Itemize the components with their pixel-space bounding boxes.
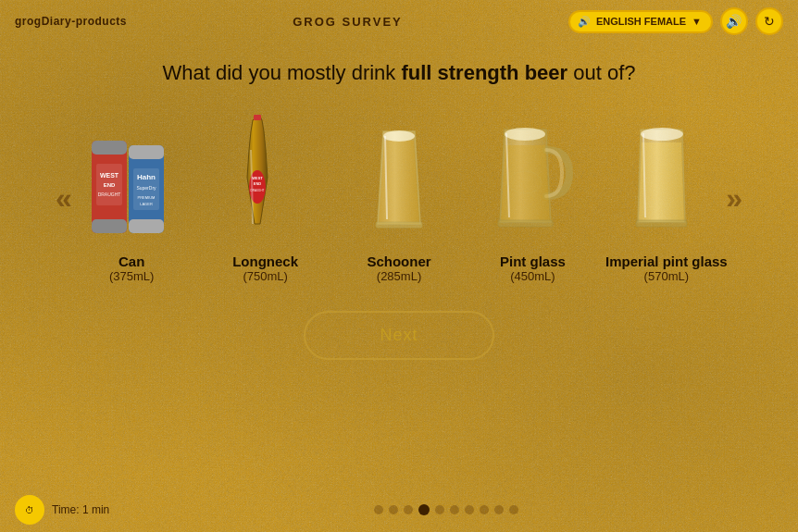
pagination-dots [109,504,783,515]
option-imperial[interactable]: Imperial pint glass (570mL) [600,113,733,283]
question-prefix: What did you mostly drink [162,61,401,84]
svg-rect-9 [129,219,164,233]
nav-left-arrow[interactable]: « [56,181,72,216]
can-sublabel: (375mL) [109,269,154,283]
header-controls: 🔊 ENGLISH FEMALE ▼ 🔊 ↻ [568,7,783,35]
timer-icon: ⏱ [15,495,44,525]
option-longneck[interactable]: WEST END DRAUGHT Longneck (750mL) [198,113,331,283]
longneck-label: Longneck [232,254,298,269]
refresh-button[interactable]: ↻ [755,7,783,35]
volume-icon: 🔊 [726,14,742,29]
app-logo: grogDiary-products [15,15,127,28]
speaker-icon: 🔊 [578,16,591,28]
timer: ⏱ Time: 1 min [15,495,109,525]
svg-rect-1 [92,141,127,155]
timer-label: Time: 1 min [52,503,109,516]
schooner-image [367,113,431,242]
dot-8 [480,505,489,514]
svg-point-25 [641,128,683,141]
dot-2 [389,505,398,514]
footer: ⏱ Time: 1 min [0,488,798,532]
imperial-label: Imperial pint glass [605,254,728,269]
header: grogDiary-products GROG SURVEY 🔊 ENGLISH… [0,0,798,43]
option-can[interactable]: WEST END DRAUGHT Hahn SuperDry [65,113,198,283]
options-section: « » WEST END DRAUGHT [46,113,752,283]
dot-1 [374,505,383,514]
dot-6 [450,505,459,514]
svg-text:END: END [253,181,261,186]
svg-rect-2 [92,219,127,233]
svg-text:WEST: WEST [252,176,263,180]
svg-point-20 [383,130,415,142]
pint-image [486,113,579,242]
question-suffix: out of? [567,61,635,84]
longneck-sublabel: (750mL) [243,269,287,283]
svg-rect-8 [129,145,164,159]
svg-rect-21 [376,222,422,228]
imperial-sublabel: (570mL) [644,269,689,283]
schooner-label: Schooner [367,254,430,269]
volume-button[interactable]: 🔊 [720,7,748,35]
option-schooner[interactable]: Schooner (285mL) [332,113,466,283]
pint-sublabel: (450mL) [510,269,555,283]
main-content: What did you mostly drink full strength … [0,43,798,360]
dropdown-icon: ▼ [692,16,702,27]
dot-10 [509,505,518,514]
dot-5 [435,505,444,514]
svg-rect-15 [254,115,261,120]
nav-right-arrow[interactable]: » [726,181,742,216]
dot-9 [494,505,504,514]
options-list: WEST END DRAUGHT Hahn SuperDry [65,113,733,283]
next-button[interactable]: Next [304,311,493,360]
dot-3 [404,505,413,514]
can-label: Can [118,254,144,269]
can-image: WEST END DRAUGHT Hahn SuperDry [85,113,178,242]
dot-7 [465,505,474,514]
language-selector[interactable]: 🔊 ENGLISH FEMALE ▼ [568,10,713,33]
question-highlight: full strength beer [401,61,567,84]
imperial-image [627,113,705,242]
schooner-sublabel: (285mL) [377,269,421,283]
language-label: ENGLISH FEMALE [596,16,686,27]
svg-point-22 [505,128,545,141]
dot-4-active [418,504,430,515]
svg-rect-6 [96,164,122,205]
svg-rect-26 [636,220,687,227]
option-pint[interactable]: Pint glass (450mL) [466,113,599,283]
longneck-image: WEST END DRAUGHT [229,113,303,242]
svg-rect-23 [498,220,553,227]
refresh-icon: ↻ [764,14,775,29]
svg-rect-14 [133,168,159,210]
question-text: What did you mostly drink full strength … [46,61,752,85]
pint-label: Pint glass [500,254,566,269]
survey-title: GROG SURVEY [293,15,403,29]
